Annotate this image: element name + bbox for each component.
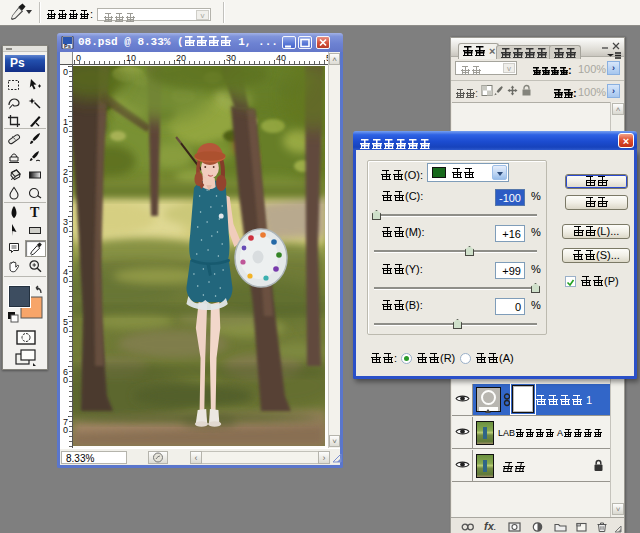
svg-text:Ps: Ps: [64, 43, 72, 50]
svg-text:T: T: [30, 205, 40, 219]
